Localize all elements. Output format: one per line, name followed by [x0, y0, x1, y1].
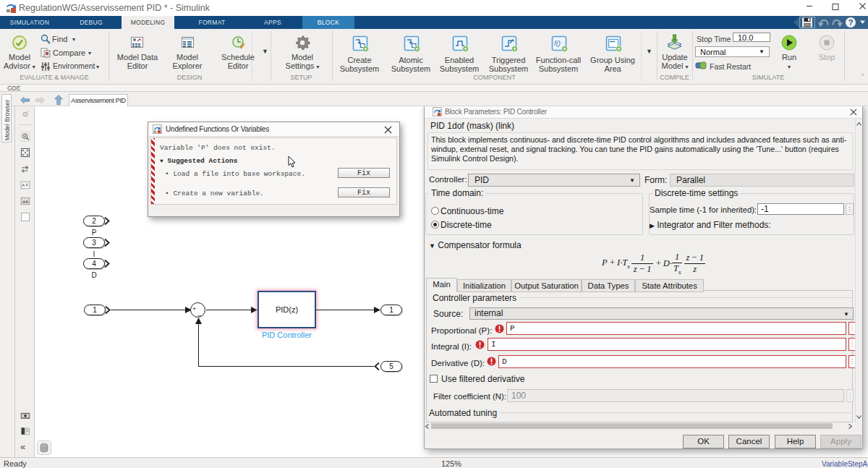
- svg-text:f(): f(): [554, 39, 561, 47]
- svg-text:A: A: [22, 183, 25, 187]
- svg-text:?: ?: [848, 18, 853, 27]
